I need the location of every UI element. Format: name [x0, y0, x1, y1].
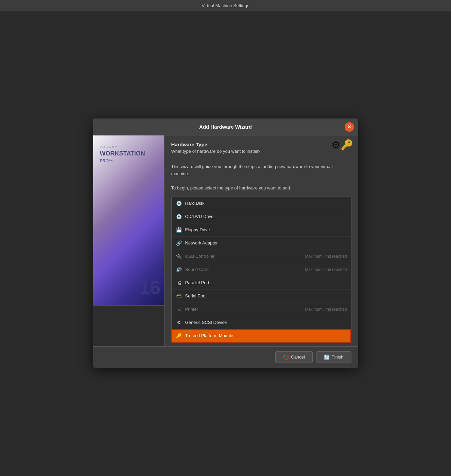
outer-window-title: Virtual Machine Settings — [202, 3, 249, 8]
printer-status: Maximum limit reached — [305, 307, 347, 312]
hardware-item-hard-disk[interactable]: 💿Hard Disk — [172, 197, 351, 210]
sound-label: Sound Card — [185, 267, 305, 272]
dialog-title: Add Hardware Wizard — [199, 124, 252, 130]
printer-icon: 🖨 — [176, 306, 183, 313]
hardware-item-usb[interactable]: 🔌USB ControllerMaximum limit reached — [172, 250, 351, 263]
section-subtitle: What type of hardware do you want to ins… — [164, 149, 358, 159]
hardware-item-serial[interactable]: 📟Serial Port — [172, 290, 351, 303]
parallel-icon: 🖨 — [176, 279, 183, 286]
sound-status: Maximum limit reached — [305, 267, 347, 272]
sound-icon: 🔊 — [176, 266, 183, 273]
floppy-icon: 💾 — [176, 226, 183, 233]
left-panel: VMWARE WORKSTATION PRO™ 16 — [93, 135, 164, 346]
scsi-icon: ⚙ — [176, 319, 183, 326]
printer-label: Printer — [185, 307, 305, 312]
dialog-titlebar: Add Hardware Wizard ✕ — [93, 118, 358, 135]
hardware-item-network[interactable]: 🔗Network Adapter — [172, 237, 351, 250]
network-label: Network Adapter — [185, 240, 347, 245]
network-icon: 🔗 — [176, 240, 183, 246]
cancel-icon: 🚫 — [283, 354, 289, 360]
hardware-icon: ⚙🔑 — [331, 139, 353, 151]
vmware-logo-area: VMWARE WORKSTATION PRO™ 16 — [93, 135, 164, 305]
hardware-item-scsi[interactable]: ⚙Generic SCSI Device — [172, 316, 351, 329]
finish-icon: 🔄 — [324, 354, 330, 360]
vmware-edition: PRO™ — [100, 159, 113, 163]
vmware-product: WORKSTATION PRO™ — [100, 150, 145, 164]
hardware-list-container: 💿Hard Disk💿CD/DVD Drive💾Floppy Drive🔗Net… — [171, 197, 351, 343]
usb-icon: 🔌 — [176, 253, 183, 260]
hardware-item-printer[interactable]: 🖨PrinterMaximum limit reached — [172, 303, 351, 316]
hardware-item-tpm[interactable]: 🔑Trusted Platform Module — [172, 329, 351, 343]
cancel-button[interactable]: 🚫 Cancel — [275, 351, 312, 363]
cancel-label: Cancel — [291, 354, 305, 360]
outer-titlebar: Virtual Machine Settings — [0, 0, 451, 11]
tpm-label: Trusted Platform Module — [185, 333, 347, 338]
vmware-version: 16 — [139, 276, 160, 298]
tpm-icon: 🔑 — [176, 332, 183, 339]
hard-disk-label: Hard Disk — [185, 201, 347, 206]
cd-dvd-label: CD/DVD Drive — [185, 214, 347, 219]
hardware-item-cd-dvd[interactable]: 💿CD/DVD Drive — [172, 210, 351, 223]
dialog-body: VMWARE WORKSTATION PRO™ 16 ⚙🔑 Hardware T… — [93, 135, 358, 346]
hardware-item-sound[interactable]: 🔊Sound CardMaximum limit reached — [172, 263, 351, 276]
vmware-brand: VMWARE — [100, 146, 118, 149]
close-button[interactable]: ✕ — [345, 122, 354, 132]
hardware-item-floppy[interactable]: 💾Floppy Drive — [172, 223, 351, 237]
usb-status: Maximum limit reached — [305, 254, 347, 259]
serial-icon: 📟 — [176, 293, 183, 299]
dialog-footer: 🚫 Cancel 🔄 Finish — [93, 346, 358, 368]
serial-label: Serial Port — [185, 293, 347, 298]
section-title: Hardware Type — [164, 135, 358, 149]
add-hardware-dialog: Add Hardware Wizard ✕ VMWARE WORKSTATION… — [93, 118, 358, 367]
parallel-label: Parallel Port — [185, 280, 347, 285]
finish-label: Finish — [332, 354, 344, 360]
description-text: This wizard will guide you through the s… — [164, 159, 358, 194]
scsi-label: Generic SCSI Device — [185, 320, 347, 325]
hard-disk-icon: 💿 — [176, 200, 183, 207]
hardware-list: 💿Hard Disk💿CD/DVD Drive💾Floppy Drive🔗Net… — [172, 197, 351, 343]
usb-label: USB Controller — [185, 254, 305, 259]
left-panel-lower — [93, 306, 164, 346]
finish-button[interactable]: 🔄 Finish — [316, 351, 351, 363]
floppy-label: Floppy Drive — [185, 227, 347, 232]
right-panel: ⚙🔑 Hardware Type What type of hardware d… — [164, 135, 358, 346]
hardware-item-parallel[interactable]: 🖨Parallel Port — [172, 276, 351, 290]
cd-dvd-icon: 💿 — [176, 213, 183, 220]
